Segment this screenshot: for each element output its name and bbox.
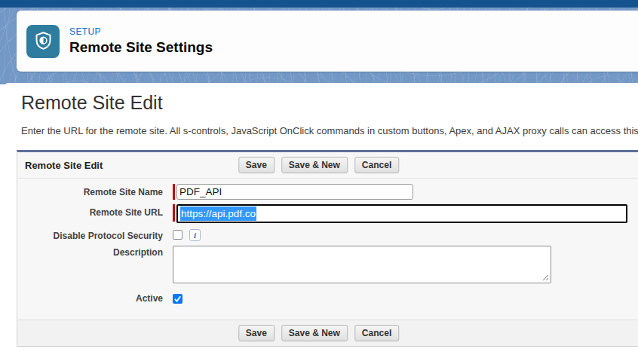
- checkmark-icon: [173, 295, 182, 303]
- save-and-new-button[interactable]: Save & New: [281, 325, 348, 341]
- setup-page-header: SETUP Remote Site Settings: [17, 11, 638, 72]
- disable-protocol-security-checkbox[interactable]: [173, 230, 183, 240]
- setup-breadcrumb[interactable]: SETUP: [69, 26, 213, 37]
- selected-text: https://api.pdf.co: [180, 206, 256, 221]
- form-section-title: Remote Site Edit: [25, 160, 103, 171]
- bottom-button-row: Save Save & New Cancel: [238, 325, 399, 341]
- disable-protocol-security-row: Disable Protocol Security i: [17, 228, 638, 241]
- remote-site-edit-form: Remote Site Edit Save Save & New Cancel …: [17, 150, 638, 347]
- save-button[interactable]: Save: [238, 325, 275, 341]
- required-marker: [173, 204, 175, 222]
- active-label: Active: [17, 292, 163, 304]
- page-header-title: Remote Site Settings: [69, 38, 213, 57]
- security-shield-icon: [26, 25, 60, 58]
- active-checkbox[interactable]: [173, 294, 183, 304]
- info-icon[interactable]: i: [189, 229, 201, 241]
- remote-site-name-input[interactable]: [176, 184, 413, 200]
- save-button[interactable]: Save: [238, 157, 275, 173]
- cancel-button[interactable]: Cancel: [354, 325, 399, 341]
- form-body: Remote Site Name Remote Site URL https:/…: [17, 179, 638, 304]
- form-footer: Save Save & New Cancel: [17, 320, 638, 346]
- required-marker: [173, 184, 175, 200]
- cancel-button[interactable]: Cancel: [354, 157, 399, 173]
- remote-site-name-row: Remote Site Name: [17, 184, 638, 200]
- remote-site-url-input[interactable]: https://api.pdf.co: [176, 204, 627, 223]
- remote-site-name-label: Remote Site Name: [17, 184, 163, 200]
- form-header: Remote Site Edit Save Save & New Cancel: [17, 152, 638, 179]
- remote-site-url-label: Remote Site URL: [17, 204, 163, 223]
- description-label: Description: [17, 246, 163, 286]
- description-row: Description: [17, 246, 638, 286]
- page-title: Remote Site Edit: [21, 91, 638, 114]
- browser-top-strip: [0, 0, 638, 8]
- shield-glyph: [33, 31, 54, 51]
- top-button-row: Save Save & New Cancel: [238, 157, 399, 173]
- disable-protocol-security-label: Disable Protocol Security: [17, 228, 163, 241]
- remote-site-url-row: Remote Site URL https://api.pdf.co: [17, 204, 638, 223]
- page-description: Enter the URL for the remote site. All s…: [21, 125, 638, 137]
- save-and-new-button[interactable]: Save & New: [281, 157, 348, 173]
- active-row: Active: [17, 292, 638, 304]
- description-textarea[interactable]: [173, 246, 551, 283]
- main-content-panel: Remote Site Edit Enter the URL for the r…: [5, 83, 638, 364]
